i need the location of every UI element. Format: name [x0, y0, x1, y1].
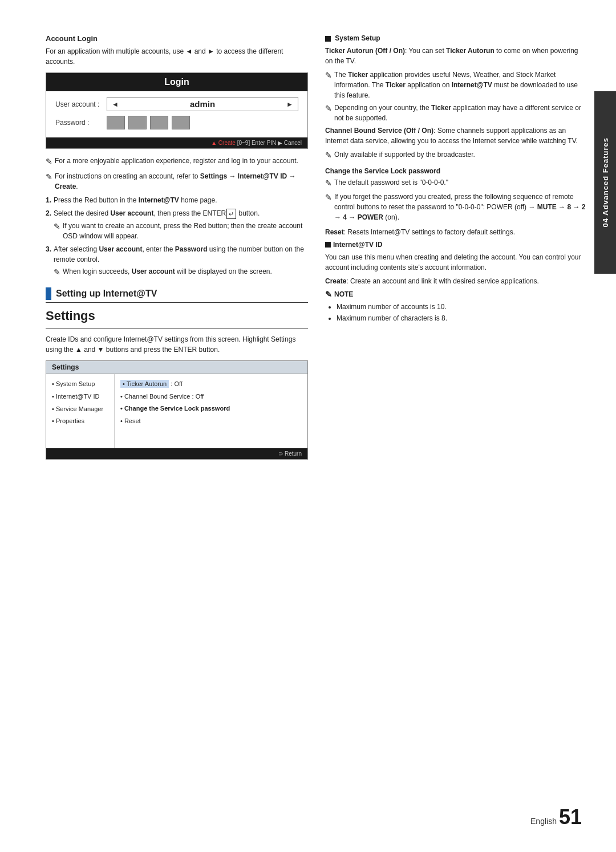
right-column: System Setup Ticker Autorun (Off / On): …	[325, 34, 587, 818]
internet-tv-desc-1: You can use this menu when creating and …	[325, 252, 587, 273]
system-note-2: ✎ Depending on your country, the Ticker …	[325, 103, 587, 123]
note-icon-s3: ✎	[54, 266, 60, 278]
note-1-text: For a more enjoyable application experie…	[55, 156, 308, 166]
user-account-row: User account : ◄ admin ►	[55, 97, 298, 111]
system-note-2-text: Depending on your country, the Ticker ap…	[334, 103, 587, 123]
note-icon-2: ✎	[46, 171, 52, 183]
system-setup-heading: System Setup	[335, 34, 380, 42]
ticker-desc: Ticker Autorun (Off / On): You can set T…	[325, 46, 587, 66]
note-header: ✎ NOTE	[325, 290, 587, 299]
english-label: English	[530, 817, 557, 826]
settings-footer: ⊃ Return	[46, 448, 307, 459]
settings-path: Settings → Internet@TV ID → Create	[55, 172, 296, 190]
change-lock-title: Change the Service Lock password	[325, 167, 587, 175]
internet-tv-desc-2: Create: Create an account and link it wi…	[325, 276, 587, 286]
settings-box: Settings • System Setup • Internet@TV ID…	[46, 360, 308, 460]
menu-service-manager: • Service Manager	[52, 404, 108, 415]
settings-menu-col: • System Setup • Internet@TV ID • Servic…	[46, 374, 115, 448]
lock-note-2-text: If you forget the password you created, …	[334, 192, 587, 222]
note-icon-r1: ✎	[325, 70, 332, 82]
opt-ticker-off: : Off	[171, 380, 183, 387]
account-login-heading: Account Login	[46, 34, 308, 43]
lock-note-2: ✎ If you forget the password you created…	[325, 192, 587, 222]
password-row: Password :	[55, 116, 298, 129]
lock-note-1: ✎ The default password set is "0-0-0-0."	[325, 177, 587, 189]
note-icon-r2: ✎	[325, 103, 332, 115]
step-3-num: 3.	[46, 244, 51, 265]
cancel-label: ▶ Cancel	[278, 140, 302, 146]
settings-main-heading: Settings	[46, 309, 308, 323]
note-icon-r3: ✎	[325, 149, 332, 161]
sidebar-tab-text: 04 Advanced Features	[601, 137, 610, 228]
opt-ticker-autorun: • Ticker Autorun : Off	[120, 379, 302, 390]
channel-bound-desc: Channel Bound Service (Off / On): Some c…	[325, 125, 587, 146]
step-1-num: 1.	[46, 195, 51, 205]
account-login-section: Account Login For an application with mu…	[46, 34, 308, 278]
menu-system-setup: • System Setup	[52, 379, 108, 390]
black-square-2	[325, 242, 331, 248]
settings-section: Settings Create IDs and configure Intern…	[46, 309, 308, 460]
left-column: Account Login For an application with mu…	[46, 34, 308, 818]
menu-properties: • Properties	[52, 416, 108, 427]
arrow-left-icon: ◄	[112, 100, 119, 108]
arrow-right-icon: ►	[286, 100, 293, 108]
note-icon-1: ✎	[46, 156, 52, 168]
enter-icon: ↵	[226, 209, 236, 220]
step-3: 3. After selecting User account, enter t…	[46, 244, 308, 278]
login-fields: User account : ◄ admin ► Password :	[46, 91, 307, 137]
page-number: 51	[559, 805, 582, 829]
opt-change-lock: • Change the Service Lock password	[120, 403, 302, 414]
step-2: 2. Select the desired User account, then…	[46, 208, 308, 241]
password-label: Password :	[55, 119, 107, 127]
reset-text: Reset: Resets Internet@TV settings to fa…	[325, 227, 587, 237]
password-boxes	[107, 116, 298, 129]
note-2-text: For instructions on creating an account,…	[55, 171, 308, 192]
note-icon-r4: ✎	[325, 177, 332, 189]
settings-box-body: • System Setup • Internet@TV ID • Servic…	[46, 374, 307, 448]
system-setup-title: System Setup	[325, 34, 587, 42]
note-items: Maximum number of accounts is 10. Maximu…	[337, 301, 587, 324]
login-footer: ▲ Create [0~9] Enter PIN ▶ Cancel	[46, 137, 307, 148]
system-note-1: ✎ The Ticker application provides useful…	[325, 70, 587, 100]
step-3-text: After selecting User account, enter the …	[54, 244, 308, 265]
user-account-label: User account :	[55, 100, 107, 108]
note-icon-r6: ✎	[325, 290, 332, 299]
setting-up-title: Setting up Internet@TV	[56, 289, 157, 299]
password-box-4	[172, 116, 190, 129]
opt-ticker-highlight: • Ticker Autorun	[120, 380, 169, 388]
section-divider	[46, 302, 308, 303]
setting-up-heading: Setting up Internet@TV	[46, 287, 308, 300]
note-2: ✎ For instructions on creating an accoun…	[46, 171, 308, 192]
pin-label: [0~9] Enter PIN	[237, 140, 278, 146]
note-icon-s2: ✎	[54, 221, 60, 233]
settings-divider	[46, 328, 308, 328]
opt-channel-bound: • Channel Bound Service : Off	[120, 391, 302, 402]
channel-note-text: Only available if supported by the broad…	[334, 149, 475, 160]
account-login-intro: For an application with multiple account…	[46, 46, 308, 67]
internet-tv-id-section: Internet@TV ID You can use this menu whe…	[325, 241, 587, 324]
blue-bar	[46, 287, 51, 300]
note-label: NOTE	[334, 290, 353, 298]
note-item-1: Maximum number of accounts is 10.	[337, 301, 587, 313]
settings-desc: Create IDs and configure Internet@TV set…	[46, 334, 308, 355]
settings-options-col: • Ticker Autorun : Off • Channel Bound S…	[115, 374, 307, 448]
password-box-3	[150, 116, 168, 129]
system-setup-section: System Setup Ticker Autorun (Off / On): …	[325, 34, 587, 237]
step-2-num: 2.	[46, 208, 51, 219]
note-1: ✎ For a more enjoyable application exper…	[46, 156, 308, 168]
user-account-value-box: ◄ admin ►	[107, 97, 298, 111]
lock-note-1-text: The default password set is "0-0-0-0."	[334, 177, 448, 188]
step-3-subnote-text: When login succeeds, User account will b…	[63, 266, 272, 277]
login-box: Login User account : ◄ admin ►	[46, 72, 308, 149]
steps-list: 1. Press the Red button in the Internet@…	[46, 195, 308, 278]
menu-internet-tv: • Internet@TV ID	[52, 391, 108, 403]
system-note-1-text: The Ticker application provides useful N…	[334, 70, 587, 100]
note-icon-r5: ✎	[325, 192, 332, 204]
step-2-text: Select the desired User account, then pr…	[54, 208, 260, 219]
opt-reset: • Reset	[120, 416, 302, 427]
step-1: 1. Press the Red button in the Internet@…	[46, 195, 308, 205]
step-3-subnote: ✎ When login succeeds, User account will…	[54, 266, 272, 278]
note-item-2: Maximum number of characters is 8.	[337, 313, 587, 324]
step-2-subnote-text: If you want to create an account, press …	[63, 221, 308, 241]
settings-box-header: Settings	[46, 361, 307, 374]
